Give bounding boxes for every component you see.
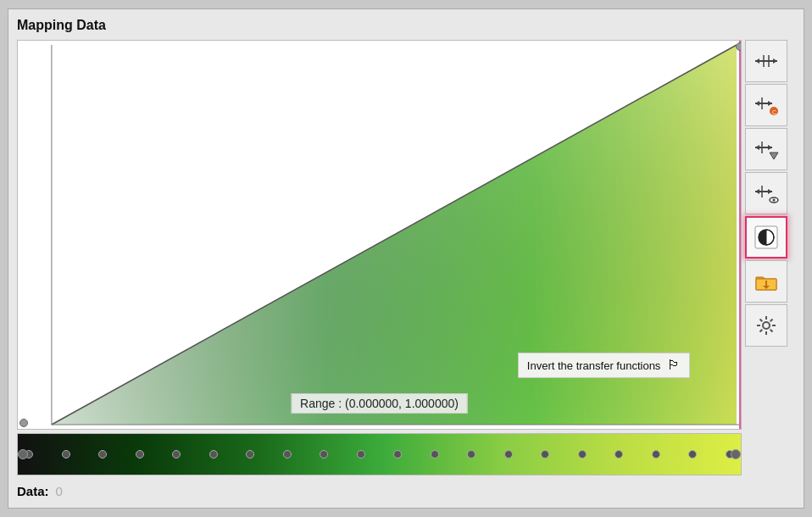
strip-dot bbox=[209, 450, 218, 459]
svg-line-40 bbox=[770, 320, 773, 322]
rescale-view-icon bbox=[754, 181, 779, 206]
data-label: Data: bbox=[17, 484, 49, 498]
strip-dots bbox=[25, 450, 734, 459]
svg-line-41 bbox=[760, 330, 763, 332]
svg-marker-24 bbox=[768, 189, 772, 194]
mapping-data-panel: Mapping Data bbox=[8, 8, 804, 509]
svg-text:C: C bbox=[772, 109, 776, 115]
bottom-left-handle[interactable] bbox=[19, 419, 28, 427]
strip-dot bbox=[136, 450, 144, 459]
rescale-opacity-icon bbox=[754, 136, 779, 162]
main-area: Range : (0.000000, 1.000000) Invert the … bbox=[17, 40, 795, 475]
load-icon bbox=[754, 269, 779, 294]
strip-dot bbox=[652, 450, 660, 459]
strip-dot bbox=[357, 450, 365, 459]
strip-dot bbox=[283, 450, 292, 459]
svg-marker-18 bbox=[755, 145, 759, 150]
svg-marker-12 bbox=[755, 101, 759, 106]
strip-dot bbox=[431, 450, 439, 459]
settings-icon bbox=[754, 313, 779, 338]
svg-point-27 bbox=[773, 199, 776, 202]
strip-dot bbox=[504, 450, 513, 459]
strip-left-handle[interactable] bbox=[18, 449, 28, 459]
invert-icon bbox=[754, 225, 779, 250]
svg-marker-21 bbox=[770, 153, 778, 159]
pink-range-line[interactable] bbox=[739, 41, 741, 429]
strip-dot bbox=[688, 450, 697, 459]
svg-marker-8 bbox=[773, 58, 777, 64]
invert-button[interactable] bbox=[745, 216, 787, 258]
strip-dot bbox=[541, 450, 549, 459]
top-right-handle[interactable] bbox=[736, 42, 742, 51]
rescale-view-button[interactable] bbox=[745, 172, 787, 214]
rescale-opacity-button[interactable] bbox=[745, 128, 787, 170]
data-value: 0 bbox=[56, 484, 63, 498]
strip-dot bbox=[615, 450, 623, 459]
svg-line-39 bbox=[770, 330, 773, 332]
settings-button[interactable] bbox=[745, 304, 787, 347]
svg-marker-23 bbox=[755, 189, 759, 194]
color-strip[interactable] bbox=[17, 433, 742, 475]
svg-marker-7 bbox=[755, 58, 759, 64]
rescale-all-icon bbox=[754, 48, 779, 74]
strip-dot bbox=[98, 450, 107, 459]
strip-right-handle[interactable] bbox=[731, 449, 741, 459]
strip-dot bbox=[320, 450, 328, 459]
toolbar: C bbox=[745, 40, 789, 475]
data-row: Data: 0 bbox=[17, 484, 795, 498]
strip-dot bbox=[62, 450, 70, 459]
svg-marker-13 bbox=[768, 101, 772, 106]
transfer-function-chart bbox=[18, 41, 741, 429]
rescale-color-button[interactable]: C bbox=[745, 84, 787, 126]
strip-dot bbox=[393, 450, 402, 459]
svg-marker-19 bbox=[768, 145, 772, 150]
strip-dot bbox=[246, 450, 254, 459]
strip-dot bbox=[578, 450, 587, 459]
load-button[interactable] bbox=[745, 260, 787, 303]
svg-point-33 bbox=[763, 322, 770, 329]
svg-line-38 bbox=[760, 320, 763, 322]
rescale-color-icon: C bbox=[754, 92, 779, 118]
strip-dot bbox=[172, 450, 181, 459]
strip-dot bbox=[467, 450, 476, 459]
chart-area[interactable]: Range : (0.000000, 1.000000) Invert the … bbox=[17, 40, 742, 430]
range-label: Range : (0.000000, 1.000000) bbox=[291, 393, 468, 414]
rescale-all-button[interactable] bbox=[745, 40, 787, 82]
panel-title: Mapping Data bbox=[17, 18, 795, 33]
